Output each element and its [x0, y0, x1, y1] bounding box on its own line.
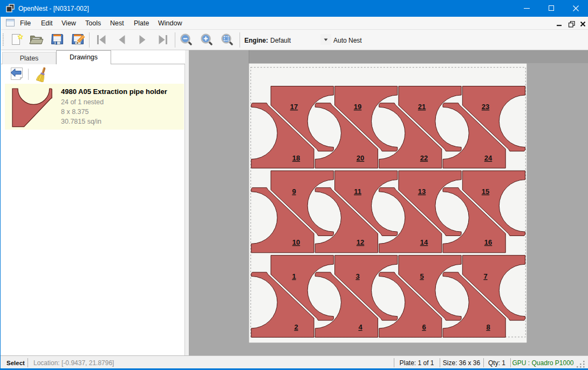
svg-text:21: 21	[418, 103, 426, 111]
svg-text:20: 20	[357, 154, 364, 162]
svg-text:24: 24	[484, 154, 493, 162]
svg-text:16: 16	[484, 238, 492, 246]
svg-text:6: 6	[422, 323, 426, 331]
svg-text:1: 1	[292, 272, 296, 280]
svg-text:7: 7	[483, 272, 487, 280]
svg-text:8: 8	[486, 323, 490, 331]
svg-text:15: 15	[482, 187, 489, 196]
svg-text:14: 14	[420, 238, 428, 246]
svg-text:18: 18	[292, 154, 300, 162]
svg-text:17: 17	[290, 103, 298, 111]
svg-text:11: 11	[354, 187, 361, 196]
svg-text:23: 23	[482, 103, 489, 111]
svg-text:9: 9	[292, 187, 296, 196]
svg-text:19: 19	[354, 103, 361, 111]
svg-text:22: 22	[420, 154, 428, 162]
svg-text:13: 13	[418, 187, 426, 196]
svg-text:10: 10	[292, 238, 300, 246]
svg-text:2: 2	[294, 323, 298, 331]
svg-text:5: 5	[420, 272, 423, 280]
svg-text:4: 4	[358, 323, 363, 331]
svg-text:12: 12	[357, 238, 364, 246]
svg-text:3: 3	[355, 272, 359, 280]
